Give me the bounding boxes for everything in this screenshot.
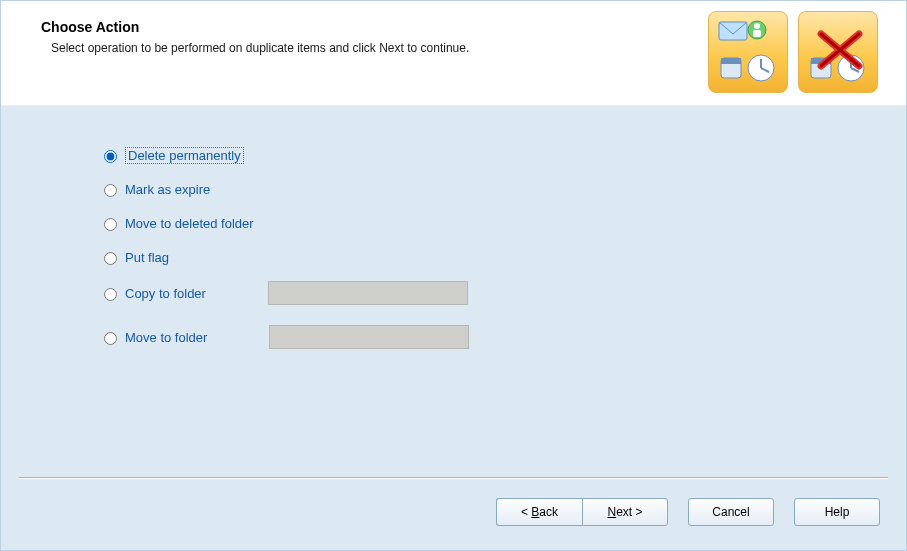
label-mark-expire[interactable]: Mark as expire xyxy=(125,182,210,197)
svg-rect-3 xyxy=(753,30,761,37)
help-button[interactable]: Help xyxy=(794,498,880,526)
label-put-flag[interactable]: Put flag xyxy=(125,250,169,265)
radio-delete-permanently[interactable] xyxy=(104,150,117,163)
radio-mark-expire[interactable] xyxy=(104,184,117,197)
label-delete-permanently[interactable]: Delete permanently xyxy=(125,147,244,164)
option-mark-expire[interactable]: Mark as expire xyxy=(99,172,906,206)
label-copy-to-folder[interactable]: Copy to folder xyxy=(125,286,206,301)
cancel-button[interactable]: Cancel xyxy=(688,498,774,526)
outlook-items-icon xyxy=(708,11,788,93)
option-copy-to-folder[interactable]: Copy to folder xyxy=(99,276,906,310)
svg-point-2 xyxy=(754,23,760,29)
back-button[interactable]: < Back xyxy=(496,498,582,526)
option-put-flag[interactable]: Put flag xyxy=(99,240,906,274)
wizard-header: Choose Action Select operation to be per… xyxy=(1,1,906,106)
nav-button-group: < Back Next > xyxy=(496,498,668,526)
move-folder-input xyxy=(269,325,469,349)
footer-separator xyxy=(19,477,888,478)
action-options: Delete permanently Mark as expire Move t… xyxy=(1,106,906,354)
radio-move-to-folder[interactable] xyxy=(104,332,117,345)
svg-rect-5 xyxy=(721,58,741,64)
wizard-dialog: Choose Action Select operation to be per… xyxy=(0,0,907,551)
radio-move-deleted[interactable] xyxy=(104,218,117,231)
copy-folder-input xyxy=(268,281,468,305)
option-delete-permanently[interactable]: Delete permanently xyxy=(99,138,906,172)
option-move-to-folder[interactable]: Move to folder xyxy=(99,320,906,354)
outlook-delete-icon xyxy=(798,11,878,93)
wizard-buttons: < Back Next > Cancel Help xyxy=(496,498,880,526)
svg-rect-0 xyxy=(719,22,747,40)
label-move-to-folder[interactable]: Move to folder xyxy=(125,330,207,345)
radio-put-flag[interactable] xyxy=(104,252,117,265)
label-move-deleted[interactable]: Move to deleted folder xyxy=(125,216,254,231)
option-move-deleted[interactable]: Move to deleted folder xyxy=(99,206,906,240)
next-button[interactable]: Next > xyxy=(582,498,668,526)
header-illustration xyxy=(708,11,878,93)
radio-copy-to-folder[interactable] xyxy=(104,288,117,301)
